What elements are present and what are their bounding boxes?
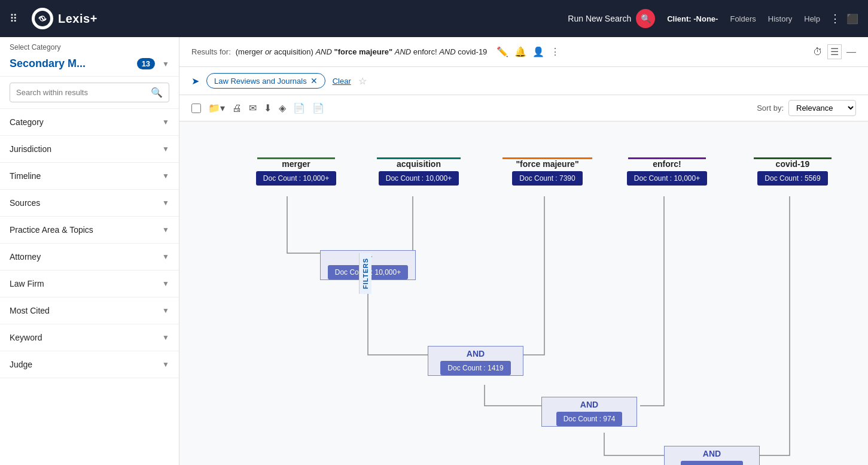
collapse-icon[interactable]: — — [846, 47, 856, 57]
and1-node: AND Doc Count : 1419 — [428, 346, 523, 376]
term-node-merger: merger Doc Count : 10,000+ — [257, 157, 335, 186]
search-within-input[interactable] — [16, 88, 151, 97]
logo-text: Lexis+ — [58, 12, 98, 26]
top-navigation: ⠿ Lexis+ Run New Search 🔍 Client: -None-… — [0, 0, 868, 37]
run-new-search-button[interactable]: Run New Search 🔍 — [568, 9, 655, 28]
chevron-icon-jurisdiction: ▼ — [162, 145, 169, 153]
chevron-icon-timeline: ▼ — [162, 172, 169, 180]
sidebar-item-most-cited[interactable]: Most Cited ▼ — [0, 297, 179, 324]
acquisition-label: acquisition — [397, 159, 441, 169]
merger-label: merger — [282, 159, 310, 169]
bell-icon[interactable]: 🔔 — [514, 46, 526, 57]
star-icon[interactable]: ☆ — [358, 75, 367, 87]
chevron-icon-keyword: ▼ — [162, 333, 169, 342]
download-icon[interactable]: ⬇ — [264, 102, 272, 114]
edit-icon[interactable]: ✏️ — [497, 46, 508, 57]
chevron-icon-judge: ▼ — [162, 360, 169, 369]
and1-count: Doc Count : 1419 — [440, 361, 510, 375]
category-right: 13 ▼ — [137, 58, 169, 69]
term-node-acquisition: acquisition Doc Count : 10,000+ — [377, 157, 461, 186]
toolbar: 📁▾ 🖨 ✉ ⬇ ◈ 📄 📄 Sort by: Relevance Date M… — [179, 95, 868, 121]
more-options-icon[interactable]: ⋮ — [830, 12, 840, 25]
results-for-label: Results for: — [191, 47, 231, 56]
run-search-label: Run New Search — [568, 14, 631, 23]
document-icon[interactable]: 📄 — [293, 102, 305, 114]
sidebar-item-category[interactable]: Category ▼ — [0, 109, 179, 136]
grid-menu-icon[interactable]: ⠿ — [10, 12, 17, 25]
filter-bar: ➤ Law Reviews and Journals ✕ Clear ☆ — [179, 67, 868, 95]
email-icon[interactable]: ✉ — [249, 102, 257, 114]
sidebar-label-timeline: Timeline — [10, 171, 41, 181]
chevron-icon-category: ▼ — [162, 118, 169, 126]
and2-count: Doc Count : 974 — [556, 412, 623, 426]
sort-select[interactable]: Relevance Date Most Cited — [788, 100, 856, 116]
doc2-icon[interactable]: 📄 — [312, 102, 324, 114]
dropbox-icon[interactable]: ◈ — [279, 102, 286, 114]
share-icon[interactable]: 👤 — [532, 46, 544, 57]
monitor-icon: ⬛ — [846, 13, 858, 25]
left-sidebar: Select Category Secondary M... 13 ▼ 🔍 Ca… — [0, 37, 179, 465]
client-info: Client: -None- — [667, 14, 718, 23]
select-all-checkbox[interactable] — [191, 104, 201, 113]
chevron-icon-law-firm: ▼ — [162, 279, 169, 288]
and1-label: AND — [467, 347, 485, 358]
filter-chip-law-reviews[interactable]: Law Reviews and Journals ✕ — [206, 73, 325, 89]
covid-count: Doc Count : 5569 — [757, 171, 827, 186]
and3-label: AND — [703, 446, 721, 458]
sort-controls: Sort by: Relevance Date Most Cited — [757, 100, 856, 116]
sidebar-label-practice-area: Practice Area & Topics — [10, 225, 93, 235]
sidebar-item-keyword[interactable]: Keyword ▼ — [0, 324, 179, 351]
help-link[interactable]: Help — [804, 14, 820, 23]
clock-icon[interactable]: ⏱ — [813, 47, 823, 57]
folder-icon[interactable]: 📁▾ — [208, 102, 225, 114]
sidebar-item-attorney[interactable]: Attorney ▼ — [0, 244, 179, 271]
category-text: Secondary M... — [10, 57, 86, 70]
sidebar-item-sources[interactable]: Sources ▼ — [0, 190, 179, 217]
filters-side-panel[interactable]: FILTERS — [359, 253, 371, 294]
diagram-region: FILTERS — [179, 121, 868, 465]
print-icon[interactable]: 🖨 — [232, 103, 242, 114]
force-majeure-count: Doc Count : 7390 — [512, 171, 582, 186]
nav-links: Folders History Help — [730, 14, 820, 23]
sidebar-item-practice-area[interactable]: Practice Area & Topics ▼ — [0, 217, 179, 244]
term-node-covid: covid-19 Doc Count : 5569 — [754, 157, 832, 186]
sidebar-label-sources: Sources — [10, 198, 40, 208]
sidebar-item-law-firm[interactable]: Law Firm ▼ — [0, 271, 179, 297]
logo: Lexis+ — [32, 8, 98, 29]
more-icon[interactable]: ⋮ — [550, 46, 560, 57]
category-selector[interactable]: Secondary M... 13 ▼ — [0, 54, 179, 77]
and2-node: AND Doc Count : 974 — [541, 397, 637, 427]
sidebar-label-keyword: Keyword — [10, 333, 42, 342]
search-circle-icon: 🔍 — [636, 9, 655, 28]
sidebar-item-judge[interactable]: Judge ▼ — [0, 351, 179, 378]
chevron-down-icon: ▼ — [162, 60, 169, 68]
history-link[interactable]: History — [768, 14, 792, 23]
diagram-area: merger Doc Count : 10,000+ acquisition D… — [179, 121, 868, 465]
enforc-count: Doc Count : 10,000+ — [627, 171, 707, 186]
chevron-icon-practice-area: ▼ — [162, 226, 169, 234]
search-within-results: 🔍 — [0, 77, 179, 109]
sidebar-label-category: Category — [10, 117, 44, 127]
filters-label: FILTERS — [362, 258, 369, 289]
sidebar-label-jurisdiction: Jurisdiction — [10, 144, 51, 154]
enforc-label: enforc! — [653, 159, 681, 169]
and2-label: AND — [580, 397, 598, 409]
remove-filter-icon[interactable]: ✕ — [310, 76, 318, 86]
merger-count: Doc Count : 10,000+ — [256, 171, 336, 186]
chevron-icon-most-cited: ▼ — [162, 306, 169, 315]
list-view-icon[interactable]: ☰ — [827, 44, 842, 59]
search-icon: 🔍 — [151, 87, 163, 98]
results-query: (merger or acquisition) AND "force majeu… — [236, 47, 488, 56]
sidebar-label-law-firm: Law Firm — [10, 279, 44, 288]
sidebar-label-attorney: Attorney — [10, 252, 41, 262]
clear-filters-button[interactable]: Clear — [333, 77, 351, 86]
filter-arrow-icon: ➤ — [191, 75, 199, 87]
logo-icon — [32, 8, 53, 29]
term-node-force-majeure: "force majeure" Doc Count : 7390 — [502, 157, 592, 186]
sidebar-item-timeline[interactable]: Timeline ▼ — [0, 163, 179, 190]
sidebar-item-jurisdiction[interactable]: Jurisdiction ▼ — [0, 136, 179, 163]
sort-by-label: Sort by: — [757, 104, 784, 113]
folders-link[interactable]: Folders — [730, 14, 756, 23]
chevron-icon-sources: ▼ — [162, 199, 169, 207]
term-node-enforc: enforc! Doc Count : 10,000+ — [628, 157, 706, 186]
